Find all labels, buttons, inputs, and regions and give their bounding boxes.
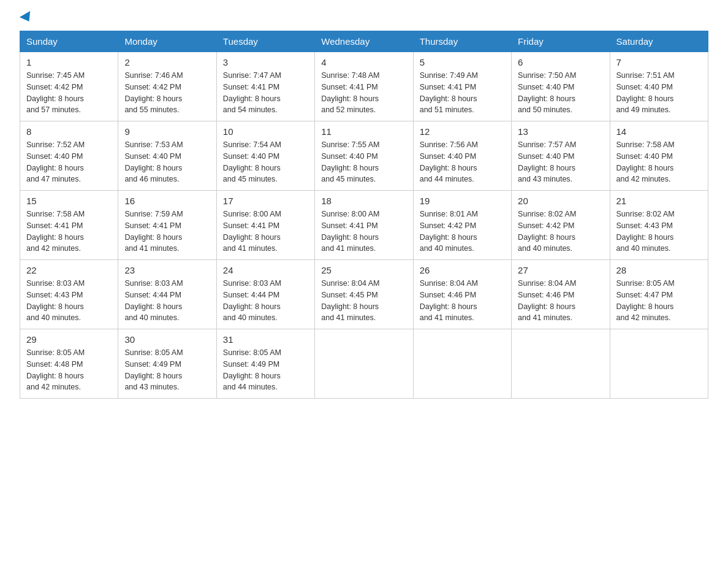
day-of-week-header: Friday: [512, 31, 610, 52]
calendar-day-cell: [512, 329, 610, 399]
calendar-day-cell: 24 Sunrise: 8:03 AMSunset: 4:44 PMDaylig…: [216, 260, 314, 329]
day-number: 30: [124, 334, 210, 345]
day-number: 23: [124, 265, 210, 275]
day-info: Sunrise: 8:04 AMSunset: 4:45 PMDaylight:…: [321, 279, 379, 322]
day-number: 28: [616, 265, 702, 275]
calendar-day-cell: 3 Sunrise: 7:47 AMSunset: 4:41 PMDayligh…: [216, 52, 314, 121]
calendar-table: SundayMondayTuesdayWednesdayThursdayFrid…: [20, 31, 708, 399]
day-number: 17: [223, 196, 308, 206]
day-info: Sunrise: 8:05 AMSunset: 4:49 PMDaylight:…: [124, 348, 183, 391]
day-number: 12: [420, 126, 505, 137]
day-info: Sunrise: 7:52 AMSunset: 4:40 PMDaylight:…: [26, 140, 85, 183]
calendar-day-cell: 25 Sunrise: 8:04 AMSunset: 4:45 PMDaylig…: [315, 260, 413, 329]
day-number: 26: [420, 265, 505, 275]
day-number: 25: [321, 265, 406, 275]
day-info: Sunrise: 7:50 AMSunset: 4:40 PMDaylight:…: [518, 71, 576, 114]
day-info: Sunrise: 7:49 AMSunset: 4:41 PMDaylight:…: [420, 71, 478, 114]
day-info: Sunrise: 7:56 AMSunset: 4:40 PMDaylight:…: [420, 140, 478, 183]
calendar-day-cell: 12 Sunrise: 7:56 AMSunset: 4:40 PMDaylig…: [413, 121, 511, 191]
calendar-week-row: 8 Sunrise: 7:52 AMSunset: 4:40 PMDayligh…: [20, 121, 708, 191]
day-number: 16: [124, 196, 210, 206]
day-info: Sunrise: 8:00 AMSunset: 4:41 PMDaylight:…: [321, 210, 379, 253]
calendar-day-cell: 4 Sunrise: 7:48 AMSunset: 4:41 PMDayligh…: [315, 52, 413, 121]
day-number: 21: [616, 196, 702, 206]
day-info: Sunrise: 8:03 AMSunset: 4:44 PMDaylight:…: [223, 279, 281, 322]
day-info: Sunrise: 7:46 AMSunset: 4:42 PMDaylight:…: [124, 71, 183, 114]
calendar-day-cell: 5 Sunrise: 7:49 AMSunset: 4:41 PMDayligh…: [413, 52, 511, 121]
logo-arrow-icon: [20, 11, 34, 25]
day-number: 15: [26, 196, 112, 206]
calendar-day-cell: 17 Sunrise: 8:00 AMSunset: 4:41 PMDaylig…: [216, 191, 314, 260]
calendar-week-row: 1 Sunrise: 7:45 AMSunset: 4:42 PMDayligh…: [20, 52, 708, 121]
day-number: 4: [321, 57, 406, 67]
day-number: 27: [518, 265, 603, 275]
day-of-week-header: Tuesday: [216, 31, 314, 52]
calendar-day-cell: [315, 329, 413, 399]
day-info: Sunrise: 8:03 AMSunset: 4:43 PMDaylight:…: [26, 279, 85, 322]
calendar-day-cell: 18 Sunrise: 8:00 AMSunset: 4:41 PMDaylig…: [315, 191, 413, 260]
day-number: 8: [26, 126, 112, 137]
day-info: Sunrise: 7:45 AMSunset: 4:42 PMDaylight:…: [26, 71, 85, 114]
day-number: 13: [518, 126, 603, 137]
calendar-day-cell: 14 Sunrise: 7:58 AMSunset: 4:40 PMDaylig…: [610, 121, 708, 191]
calendar-day-cell: 28 Sunrise: 8:05 AMSunset: 4:47 PMDaylig…: [610, 260, 708, 329]
day-info: Sunrise: 8:04 AMSunset: 4:46 PMDaylight:…: [420, 279, 478, 322]
day-number: 9: [124, 126, 210, 137]
calendar-body: 1 Sunrise: 7:45 AMSunset: 4:42 PMDayligh…: [20, 52, 708, 399]
day-info: Sunrise: 7:53 AMSunset: 4:40 PMDaylight:…: [124, 140, 183, 183]
calendar-day-cell: [610, 329, 708, 399]
calendar-day-cell: 9 Sunrise: 7:53 AMSunset: 4:40 PMDayligh…: [118, 121, 216, 191]
day-of-week-header: Sunday: [20, 31, 118, 52]
day-info: Sunrise: 8:00 AMSunset: 4:41 PMDaylight:…: [223, 210, 281, 253]
day-info: Sunrise: 7:54 AMSunset: 4:40 PMDaylight:…: [223, 140, 281, 183]
calendar-day-cell: 16 Sunrise: 7:59 AMSunset: 4:41 PMDaylig…: [118, 191, 216, 260]
day-info: Sunrise: 7:57 AMSunset: 4:40 PMDaylight:…: [518, 140, 576, 183]
day-number: 2: [124, 57, 210, 67]
day-info: Sunrise: 8:02 AMSunset: 4:42 PMDaylight:…: [518, 210, 576, 253]
day-number: 3: [223, 57, 308, 67]
calendar-day-cell: 15 Sunrise: 7:58 AMSunset: 4:41 PMDaylig…: [20, 191, 118, 260]
day-info: Sunrise: 8:05 AMSunset: 4:48 PMDaylight:…: [26, 348, 85, 391]
calendar-day-cell: 8 Sunrise: 7:52 AMSunset: 4:40 PMDayligh…: [20, 121, 118, 191]
day-info: Sunrise: 7:58 AMSunset: 4:41 PMDaylight:…: [26, 210, 85, 253]
calendar-header: SundayMondayTuesdayWednesdayThursdayFrid…: [20, 31, 708, 52]
day-number: 5: [420, 57, 505, 67]
logo: [20, 15, 33, 23]
day-info: Sunrise: 8:03 AMSunset: 4:44 PMDaylight:…: [124, 279, 183, 322]
day-number: 20: [518, 196, 603, 206]
calendar-day-cell: 11 Sunrise: 7:55 AMSunset: 4:40 PMDaylig…: [315, 121, 413, 191]
calendar-day-cell: 30 Sunrise: 8:05 AMSunset: 4:49 PMDaylig…: [118, 329, 216, 399]
day-of-week-header: Monday: [118, 31, 216, 52]
day-info: Sunrise: 7:55 AMSunset: 4:40 PMDaylight:…: [321, 140, 379, 183]
day-number: 7: [616, 57, 702, 67]
calendar-day-cell: 23 Sunrise: 8:03 AMSunset: 4:44 PMDaylig…: [118, 260, 216, 329]
day-number: 1: [26, 57, 112, 67]
calendar-day-cell: 2 Sunrise: 7:46 AMSunset: 4:42 PMDayligh…: [118, 52, 216, 121]
calendar-week-row: 22 Sunrise: 8:03 AMSunset: 4:43 PMDaylig…: [20, 260, 708, 329]
day-number: 24: [223, 265, 308, 275]
day-number: 10: [223, 126, 308, 137]
calendar-day-cell: 29 Sunrise: 8:05 AMSunset: 4:48 PMDaylig…: [20, 329, 118, 399]
day-number: 31: [223, 334, 308, 345]
day-info: Sunrise: 8:02 AMSunset: 4:43 PMDaylight:…: [616, 210, 675, 253]
day-info: Sunrise: 8:05 AMSunset: 4:47 PMDaylight:…: [616, 279, 675, 322]
days-of-week-row: SundayMondayTuesdayWednesdayThursdayFrid…: [20, 31, 708, 52]
page-header: [20, 15, 708, 23]
day-info: Sunrise: 7:51 AMSunset: 4:40 PMDaylight:…: [616, 71, 675, 114]
day-number: 14: [616, 126, 702, 137]
day-number: 22: [26, 265, 112, 275]
day-info: Sunrise: 7:59 AMSunset: 4:41 PMDaylight:…: [124, 210, 183, 253]
calendar-day-cell: 7 Sunrise: 7:51 AMSunset: 4:40 PMDayligh…: [610, 52, 708, 121]
day-number: 18: [321, 196, 406, 206]
calendar-day-cell: 21 Sunrise: 8:02 AMSunset: 4:43 PMDaylig…: [610, 191, 708, 260]
day-of-week-header: Wednesday: [315, 31, 413, 52]
calendar-day-cell: [413, 329, 511, 399]
day-number: 29: [26, 334, 112, 345]
calendar-day-cell: 31 Sunrise: 8:05 AMSunset: 4:49 PMDaylig…: [216, 329, 314, 399]
calendar-week-row: 15 Sunrise: 7:58 AMSunset: 4:41 PMDaylig…: [20, 191, 708, 260]
day-of-week-header: Thursday: [413, 31, 511, 52]
day-of-week-header: Saturday: [610, 31, 708, 52]
calendar-day-cell: 13 Sunrise: 7:57 AMSunset: 4:40 PMDaylig…: [512, 121, 610, 191]
calendar-week-row: 29 Sunrise: 8:05 AMSunset: 4:48 PMDaylig…: [20, 329, 708, 399]
calendar-day-cell: 27 Sunrise: 8:04 AMSunset: 4:46 PMDaylig…: [512, 260, 610, 329]
